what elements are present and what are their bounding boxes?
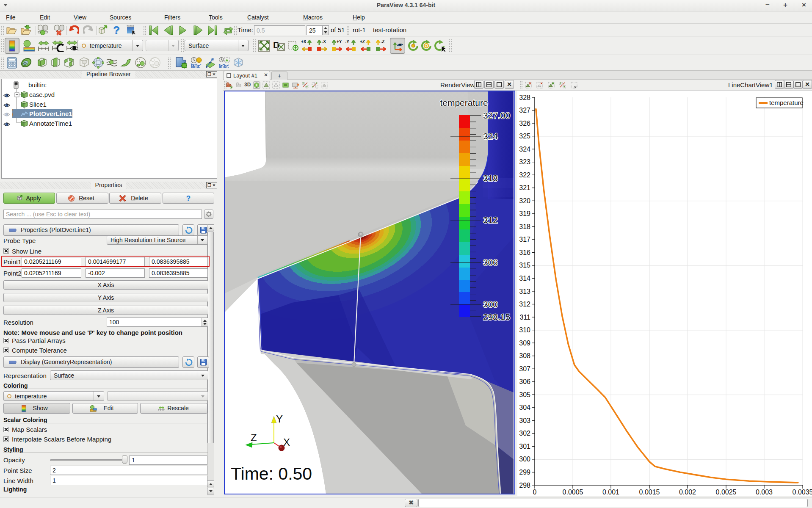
svg-text:308: 308 <box>519 352 530 359</box>
svg-text:318: 318 <box>483 173 498 183</box>
svg-text:?: ? <box>113 25 120 36</box>
svg-text:0.0015: 0.0015 <box>639 489 660 496</box>
svg-text:301: 301 <box>519 443 530 450</box>
svg-text:319: 319 <box>519 210 530 217</box>
svg-text:-Z: -Z <box>381 39 384 44</box>
svg-text:+Y: +Y <box>337 39 342 44</box>
svg-text:310: 310 <box>519 326 530 334</box>
svg-text:0: 0 <box>533 489 537 496</box>
svg-text:0.0005: 0.0005 <box>563 489 583 496</box>
svg-text:326: 326 <box>519 120 530 127</box>
svg-text:318: 318 <box>519 223 530 230</box>
svg-text:323: 323 <box>519 158 530 166</box>
svg-text:+Z: +Z <box>360 39 365 44</box>
svg-text:Z: Z <box>251 432 257 443</box>
svg-text:0.001: 0.001 <box>602 489 619 496</box>
svg-text:305: 305 <box>519 391 530 398</box>
svg-text:304: 304 <box>519 404 530 411</box>
svg-text:303: 303 <box>519 417 530 424</box>
svg-text:Y: Y <box>276 413 283 425</box>
svg-text:-Y: -Y <box>345 39 349 44</box>
svg-text:300: 300 <box>483 299 498 309</box>
svg-text:0.003: 0.003 <box>756 489 773 496</box>
svg-text:302: 302 <box>519 430 530 437</box>
svg-text:312: 312 <box>483 215 498 225</box>
svg-text:316: 316 <box>519 249 530 256</box>
svg-text:0.002: 0.002 <box>679 489 696 496</box>
svg-text:327.00: 327.00 <box>483 110 510 120</box>
svg-text:327: 327 <box>519 107 530 114</box>
svg-text:314: 314 <box>519 275 530 282</box>
svg-text:311: 311 <box>519 314 530 321</box>
svg-text:306: 306 <box>483 257 498 267</box>
svg-text:0.0025: 0.0025 <box>716 489 737 496</box>
svg-text:315: 315 <box>519 262 530 269</box>
svg-text:322: 322 <box>519 171 530 179</box>
svg-text:309: 309 <box>519 340 530 347</box>
svg-text:X: X <box>283 436 290 448</box>
svg-text:324: 324 <box>483 131 498 141</box>
svg-text:299: 299 <box>519 469 530 476</box>
svg-text:-X: -X <box>322 39 326 44</box>
svg-text:324: 324 <box>519 146 530 153</box>
svg-text:298: 298 <box>519 482 530 489</box>
svg-text:Time: 0.50: Time: 0.50 <box>231 464 312 483</box>
svg-text:320: 320 <box>519 197 530 204</box>
svg-text:temperature: temperature <box>769 99 804 106</box>
svg-text:306: 306 <box>519 378 530 385</box>
svg-text:313: 313 <box>519 288 530 295</box>
svg-text:328: 328 <box>519 94 530 101</box>
svg-text:temperature: temperature <box>440 98 488 108</box>
svg-text:312: 312 <box>519 301 530 308</box>
svg-text:0.0035: 0.0035 <box>793 489 812 496</box>
svg-text:325: 325 <box>519 133 530 140</box>
svg-text:298.15: 298.15 <box>483 312 510 322</box>
svg-text:321: 321 <box>519 184 530 191</box>
svg-text:307: 307 <box>519 365 530 373</box>
svg-text:317: 317 <box>519 236 530 243</box>
svg-text:+X: +X <box>301 39 307 44</box>
svg-text:300: 300 <box>519 456 530 463</box>
